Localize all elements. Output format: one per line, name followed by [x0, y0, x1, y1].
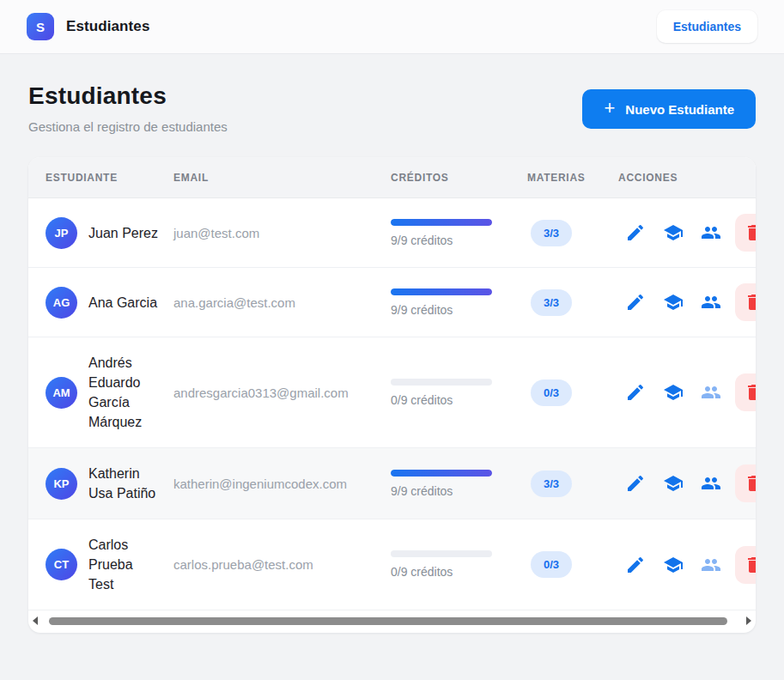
materias-badge: 0/3 — [531, 379, 572, 406]
student-cell: KP Katherin Usa Patiño — [28, 464, 173, 503]
credits-progress-fill — [391, 288, 492, 295]
credits-label: 9/9 créditos — [391, 234, 527, 247]
school-icon — [663, 473, 684, 494]
avatar: AM — [46, 377, 77, 409]
avatar: JP — [46, 217, 77, 249]
delete-button[interactable] — [735, 283, 756, 321]
table-row: KP Katherin Usa Patiño katherin@ingenium… — [28, 448, 756, 519]
credits-label: 9/9 créditos — [391, 484, 527, 498]
materias-badge: 3/3 — [531, 220, 572, 246]
materias-cell: 3/3 — [527, 289, 618, 316]
scroll-right-arrow-icon[interactable] — [746, 616, 751, 625]
subjects-button[interactable] — [663, 292, 684, 313]
column-header-estudiante: Estudiante — [28, 172, 173, 184]
groups-button[interactable] — [701, 555, 721, 575]
avatar: AG — [46, 287, 77, 319]
credits-progress-fill — [391, 470, 492, 477]
edit-icon — [625, 292, 646, 313]
materias-cell: 3/3 — [527, 471, 618, 497]
subjects-button[interactable] — [663, 473, 684, 494]
nav-estudiantes-button[interactable]: Estudiantes — [657, 10, 757, 43]
materias-cell: 0/3 — [527, 551, 618, 578]
edit-icon — [625, 473, 646, 494]
credits-progress-fill — [391, 219, 492, 226]
avatar: KP — [46, 468, 77, 500]
subjects-button[interactable] — [663, 222, 684, 243]
actions-cell — [618, 283, 756, 321]
topbar: S Estudiantes Estudiantes — [0, 0, 784, 54]
actions-cell — [618, 373, 756, 411]
student-name: Andrés Eduardo García Márquez — [88, 353, 161, 432]
edit-button[interactable] — [625, 292, 646, 313]
groups-button[interactable] — [701, 222, 721, 243]
table-row: CT Carlos Prueba Test carlos.prueba@test… — [28, 519, 756, 610]
group-icon — [701, 555, 721, 575]
credits-cell: 0/9 créditos — [391, 550, 527, 579]
school-icon — [663, 382, 684, 403]
app-title: Estudiantes — [66, 18, 149, 35]
student-name: Ana Garcia — [88, 293, 157, 313]
delete-button[interactable] — [735, 464, 756, 502]
new-student-button-label: Nuevo Estudiante — [625, 102, 734, 117]
horizontal-scrollbar[interactable] — [28, 615, 756, 627]
column-header-acciones: Acciones — [618, 172, 756, 184]
credits-cell: 0/9 créditos — [391, 379, 527, 407]
subjects-button[interactable] — [663, 555, 684, 575]
student-name: Carlos Prueba Test — [88, 535, 161, 594]
students-table-card: Estudiante Email Créditos Materias Accio… — [28, 157, 756, 633]
student-name: Juan Perez — [88, 223, 158, 243]
delete-button[interactable] — [735, 373, 756, 411]
delete-button[interactable] — [735, 214, 756, 252]
group-icon — [701, 222, 721, 243]
edit-button[interactable] — [625, 382, 646, 403]
delete-button[interactable] — [735, 546, 756, 584]
table-row: AG Ana Garcia ana.garcia@test.com 9/9 cr… — [28, 268, 756, 337]
group-icon — [701, 473, 721, 494]
credits-progress-bar — [391, 379, 492, 386]
table-header-row: Estudiante Email Créditos Materias Accio… — [28, 157, 756, 198]
scrollbar-track[interactable] — [40, 616, 744, 625]
credits-cell: 9/9 créditos — [391, 219, 527, 247]
plus-icon: + — [604, 99, 615, 118]
groups-button[interactable] — [701, 473, 721, 494]
delete-icon — [744, 292, 756, 313]
student-cell: JP Juan Perez — [28, 217, 173, 249]
school-icon — [663, 555, 684, 575]
avatar: CT — [46, 549, 77, 580]
student-email: katherin@ingeniumcodex.com — [173, 477, 391, 491]
delete-icon — [744, 382, 756, 403]
groups-button[interactable] — [701, 382, 721, 403]
edit-button[interactable] — [625, 473, 646, 494]
student-email: ana.garcia@test.com — [173, 295, 391, 310]
new-student-button[interactable]: + Nuevo Estudiante — [582, 89, 756, 129]
edit-button[interactable] — [625, 555, 646, 575]
edit-button[interactable] — [625, 222, 646, 243]
school-icon — [663, 292, 684, 313]
materias-cell: 3/3 — [527, 220, 618, 246]
credits-progress-bar — [391, 550, 492, 557]
delete-icon — [744, 473, 756, 494]
credits-label: 0/9 créditos — [391, 393, 527, 407]
table-row: AM Andrés Eduardo García Márquez andresg… — [28, 337, 756, 448]
column-header-creditos: Créditos — [391, 172, 527, 184]
scroll-left-arrow-icon[interactable] — [33, 616, 38, 625]
materias-badge: 0/3 — [531, 551, 572, 578]
table-row: JP Juan Perez juan@test.com 9/9 créditos… — [28, 198, 756, 268]
edit-icon — [625, 222, 646, 243]
student-email: carlos.prueba@test.com — [173, 557, 391, 572]
student-email: juan@test.com — [173, 226, 391, 240]
column-header-materias: Materias — [527, 172, 618, 184]
subjects-button[interactable] — [663, 382, 684, 403]
student-email: andresgarcia0313@gmail.com — [173, 386, 391, 400]
group-icon — [701, 382, 721, 403]
credits-progress-bar — [391, 288, 492, 295]
credits-cell: 9/9 créditos — [391, 470, 527, 498]
groups-button[interactable] — [701, 292, 721, 313]
student-cell: CT Carlos Prueba Test — [28, 535, 173, 594]
column-header-email: Email — [173, 172, 391, 184]
credits-cell: 9/9 créditos — [391, 288, 527, 317]
group-icon — [701, 292, 721, 313]
school-icon — [663, 222, 684, 243]
credits-label: 9/9 créditos — [391, 303, 527, 317]
scrollbar-thumb[interactable] — [49, 617, 727, 625]
